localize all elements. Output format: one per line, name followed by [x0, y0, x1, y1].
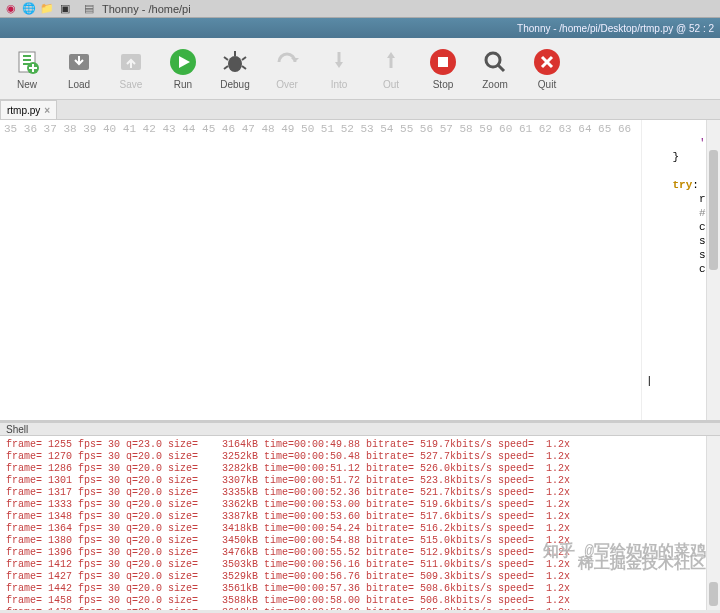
new-button[interactable]: New — [12, 47, 42, 90]
shell-panel[interactable]: frame= 1255 fps= 30 q=23.0 size= 3164kB … — [0, 436, 720, 610]
into-button: Into — [324, 47, 354, 90]
run-button[interactable]: Run — [168, 47, 198, 90]
out-label: Out — [383, 79, 399, 90]
new-label: New — [17, 79, 37, 90]
out-button: Out — [376, 47, 406, 90]
svg-rect-11 — [438, 57, 448, 67]
line-gutter: 35 36 37 38 39 40 41 42 43 44 45 46 47 4… — [0, 120, 642, 420]
shell-scrollbar[interactable] — [706, 436, 720, 610]
save-label: Save — [120, 79, 143, 90]
editor-scrollbar[interactable] — [706, 120, 720, 420]
main-toolbar: New Load Save Run Debug Over Into Out St… — [0, 38, 720, 100]
thonny-task-icon[interactable]: ▤ — [82, 2, 96, 16]
debug-label: Debug — [220, 79, 249, 90]
code-editor[interactable]: 35 36 37 38 39 40 41 42 43 44 45 46 47 4… — [0, 120, 720, 420]
scrollbar-thumb[interactable] — [709, 150, 718, 270]
save-button: Save — [116, 47, 146, 90]
scrollbar-thumb[interactable] — [709, 582, 718, 606]
zoom-label: Zoom — [482, 79, 508, 90]
debug-button[interactable]: Debug — [220, 47, 250, 90]
window-title: Thonny - /home/pi/Desktop/rtmp.py @ 52 :… — [517, 23, 714, 34]
tab-close-icon[interactable]: × — [44, 105, 50, 116]
quit-label: Quit — [538, 79, 556, 90]
over-label: Over — [276, 79, 298, 90]
tab-rtmp[interactable]: rtmp.py × — [0, 100, 57, 119]
svg-point-12 — [486, 53, 500, 67]
tab-label: rtmp.py — [7, 105, 40, 116]
svg-marker-7 — [291, 58, 299, 62]
shell-header: Shell — [0, 420, 720, 436]
svg-marker-8 — [335, 62, 343, 68]
shell-output: frame= 1255 fps= 30 q=23.0 size= 3164kB … — [0, 436, 720, 610]
zoom-button[interactable]: Zoom — [480, 47, 510, 90]
over-button: Over — [272, 47, 302, 90]
load-button[interactable]: Load — [64, 47, 94, 90]
svg-point-6 — [228, 56, 242, 72]
window-titlebar: Thonny - /home/pi/Desktop/rtmp.py @ 52 :… — [0, 18, 720, 38]
shell-label: Shell — [6, 424, 28, 435]
stop-button[interactable]: Stop — [428, 47, 458, 90]
into-label: Into — [331, 79, 348, 90]
svg-marker-9 — [387, 52, 395, 58]
editor-tabstrip: rtmp.py × — [0, 100, 720, 120]
folder-icon[interactable]: 📁 — [40, 2, 54, 16]
run-label: Run — [174, 79, 192, 90]
globe-icon[interactable]: 🌐 — [22, 2, 36, 16]
terminal-icon[interactable]: ▣ — [58, 2, 72, 16]
stop-label: Stop — [433, 79, 454, 90]
quit-button[interactable]: Quit — [532, 47, 562, 90]
taskbar-app-title: Thonny - /home/pi — [102, 3, 191, 15]
load-label: Load — [68, 79, 90, 90]
system-taskbar: ◉ 🌐 📁 ▣ ▤ Thonny - /home/pi — [0, 0, 720, 18]
raspberry-icon[interactable]: ◉ — [4, 2, 18, 16]
